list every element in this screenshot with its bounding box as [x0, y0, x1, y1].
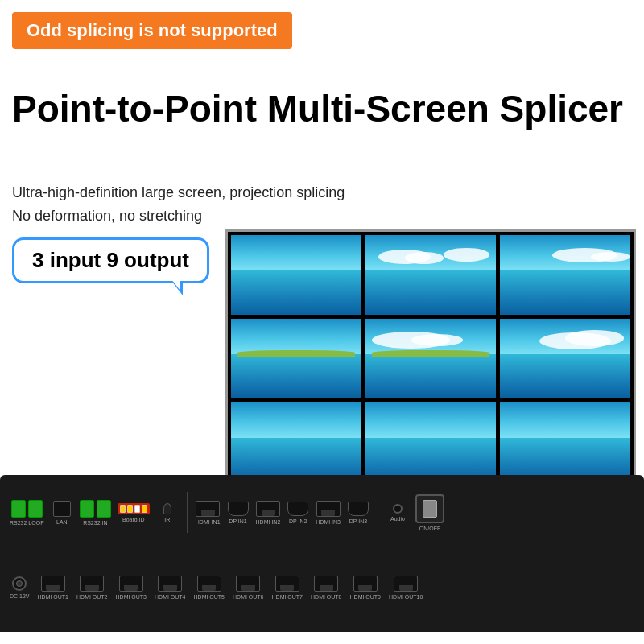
terminal-green-4: [97, 500, 111, 518]
port-label-hdmi-in1: HDMI IN1: [196, 519, 221, 525]
video-cell-6: [500, 319, 630, 398]
main-title: Point-to-Point Multi-Screen Splicer: [12, 89, 632, 130]
port-label-hdmi-out10: HDMI OUT10: [389, 594, 423, 600]
port-ir: IR: [156, 503, 179, 522]
port-dc12v: DC 12V: [10, 576, 30, 599]
port-hdmi-in2: HDMI IN2: [256, 501, 281, 525]
port-on-off[interactable]: ON/OFF: [415, 494, 444, 531]
port-hdmi-out1: HDMI OUT1: [38, 576, 69, 600]
port-label-dp-in2: DP IN2: [289, 518, 307, 524]
port-hdmi-out2: HDMI OUT2: [76, 576, 108, 600]
port-label-lan: LAN: [56, 519, 68, 525]
hdmi-out9-icon: [353, 576, 378, 592]
port-hdmi-out9: HDMI OUT9: [350, 576, 382, 600]
video-cell-8: [365, 402, 496, 481]
port-label-hdmi-out3: HDMI OUT3: [116, 594, 147, 600]
rj45-icon: [53, 501, 71, 517]
video-wall: [225, 229, 636, 487]
port-label-dp-in3: DP IN3: [349, 518, 367, 524]
port-hdmi-out3: HDMI OUT3: [116, 576, 147, 600]
notice-text: Odd splicing is not supported: [27, 20, 278, 40]
port-label-hdmi-out6: HDMI OUT6: [233, 594, 264, 600]
port-rs232-in: RS232 IN: [80, 500, 111, 526]
port-dp-in3: DP IN3: [347, 502, 369, 524]
audio-icon: [393, 504, 402, 514]
video-cell-5: [365, 319, 496, 398]
port-label-hdmi-out8: HDMI OUT8: [311, 594, 342, 600]
port-label-rs232-in: RS232 IN: [83, 520, 107, 526]
toggle-knob: [423, 500, 437, 518]
dip-switch: [118, 503, 150, 514]
port-label-hdmi-out5: HDMI OUT5: [194, 594, 225, 600]
video-cell-2: [365, 235, 496, 315]
ir-icon: [163, 503, 171, 514]
video-cell-9: [500, 402, 630, 481]
video-cell-1: [231, 235, 361, 315]
subtitle: Ultra-high-definition large screen, proj…: [12, 181, 345, 228]
port-label-on-off: ON/OFF: [419, 526, 440, 531]
port-hdmi-out8: HDMI OUT8: [311, 576, 342, 600]
terminal-green-1: [11, 500, 26, 518]
port-label-hdmi-out2: HDMI OUT2: [76, 594, 108, 600]
port-label-rs232-loop: RS232 LOOP: [10, 520, 44, 526]
port-dp-in2: DP IN2: [287, 502, 309, 524]
port-hdmi-in1: HDMI IN1: [196, 501, 221, 525]
dp-in3-icon: [348, 502, 369, 516]
notice-banner: Odd splicing is not supported: [12, 12, 292, 49]
video-cell-4: [231, 319, 361, 398]
dc-icon: [12, 576, 27, 591]
hdmi-out1-icon: [41, 576, 65, 592]
port-lan: LAN: [51, 501, 73, 525]
port-hdmi-in3: HDMI IN3: [316, 501, 341, 525]
port-label-dp-in1: DP IN1: [229, 518, 246, 524]
hdmi-in3-icon: [316, 501, 341, 517]
port-label-ir: IR: [164, 517, 170, 522]
port-rs232-loop: RS232 LOOP: [10, 500, 44, 526]
port-label-hdmi-in3: HDMI IN3: [316, 519, 341, 525]
port-hdmi-out6: HDMI OUT6: [233, 576, 264, 600]
hw-bottom-row: DC 12V HDMI OUT1 HDMI OUT2 HDMI OUT3 HDM…: [0, 547, 644, 628]
hdmi-out6-icon: [236, 576, 260, 592]
port-label-board-id: Board ID: [122, 517, 145, 522]
callout-bubble: 3 input 9 output: [12, 237, 209, 283]
port-label-hdmi-out4: HDMI OUT4: [155, 594, 186, 600]
port-audio: Audio: [386, 504, 409, 522]
callout-text: 3 input 9 output: [32, 248, 189, 272]
hdmi-in2-icon: [256, 501, 280, 517]
port-label-dc12v: DC 12V: [10, 593, 30, 599]
port-label-audio: Audio: [390, 516, 405, 522]
hardware-unit: RS232 LOOP LAN RS232 IN: [0, 475, 644, 632]
hdmi-out2-icon: [80, 576, 104, 592]
port-label-hdmi-out1: HDMI OUT1: [38, 594, 69, 600]
port-hdmi-out7: HDMI OUT7: [272, 576, 303, 600]
dp-in2-icon: [287, 502, 308, 516]
port-dp-in1: DP IN1: [227, 502, 250, 524]
hdmi-out5-icon: [197, 576, 221, 592]
port-label-hdmi-out9: HDMI OUT9: [350, 594, 382, 600]
video-cell-3: [500, 235, 630, 315]
port-board-id: Board ID: [118, 503, 150, 522]
hdmi-in1-icon: [196, 501, 220, 517]
video-wall-container: [225, 229, 636, 487]
toggle-switch-icon[interactable]: [415, 494, 444, 523]
dp-in1-icon: [228, 502, 249, 516]
hdmi-out3-icon: [119, 576, 143, 592]
terminal-green-3: [80, 500, 94, 518]
port-hdmi-out4: HDMI OUT4: [155, 576, 186, 600]
port-hdmi-out5: HDMI OUT5: [194, 576, 225, 600]
hdmi-out10-icon: [394, 576, 418, 592]
hdmi-out7-icon: [275, 576, 299, 592]
video-cell-7: [231, 402, 361, 481]
port-label-hdmi-out7: HDMI OUT7: [272, 594, 303, 600]
port-hdmi-out10: HDMI OUT10: [389, 576, 423, 600]
hw-top-row: RS232 LOOP LAN RS232 IN: [0, 475, 644, 547]
port-label-hdmi-in2: HDMI IN2: [256, 519, 281, 525]
hdmi-out8-icon: [314, 576, 338, 592]
hdmi-out4-icon: [158, 576, 182, 592]
terminal-green-2: [28, 500, 43, 518]
